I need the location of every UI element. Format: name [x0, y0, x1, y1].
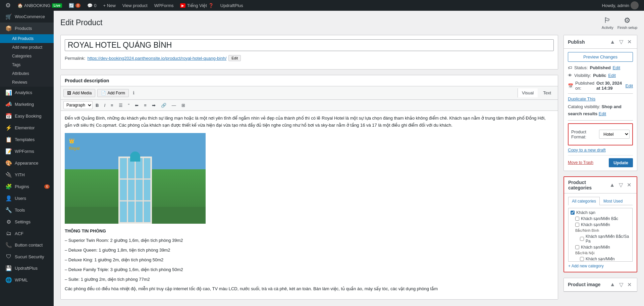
sidebar-item-tags[interactable]: Tags: [0, 60, 54, 69]
unordered-list-button[interactable]: ≡: [108, 101, 116, 109]
preview-changes-button[interactable]: Preview Changes: [568, 52, 633, 62]
category-checkbox[interactable]: [575, 217, 579, 221]
wp-logo[interactable]: ⚙: [3, 0, 13, 11]
italic-button[interactable]: I: [102, 101, 108, 109]
sidebar-item-marketing[interactable]: 📣 Marketing: [0, 98, 54, 110]
tieng-viet-menu[interactable]: ▶ Tiếng Việt ❓: [177, 0, 216, 11]
text-tab[interactable]: Text: [539, 88, 555, 97]
hotel-building: [118, 157, 152, 224]
update-button[interactable]: Update: [609, 158, 633, 167]
publish-controls: ▲ ▽ ✕: [608, 38, 633, 46]
category-checkbox[interactable]: [575, 245, 579, 249]
sidebar-item-templates[interactable]: 📋 Templates: [0, 134, 54, 145]
content-main: Permalink: https://dev-booking2024.panth…: [60, 35, 558, 305]
bold-button[interactable]: B: [93, 101, 101, 109]
update-counter[interactable]: 🔄 8: [66, 0, 84, 11]
comment-counter[interactable]: 💬 0: [85, 0, 99, 11]
new-content-button[interactable]: + New: [101, 0, 118, 11]
product-image-close-button[interactable]: ✕: [626, 281, 633, 289]
marketing-icon: 📣: [5, 101, 12, 107]
category-item: Khách sạn/Miền Bắc/Sa Pa: [571, 234, 630, 244]
sidebar-item-users[interactable]: 👤 Users: [0, 192, 54, 204]
publish-close-button[interactable]: ✕: [626, 38, 633, 46]
table-button[interactable]: ⊞: [179, 101, 187, 109]
link-button[interactable]: 🔗: [159, 101, 169, 109]
add-media-button[interactable]: 🖼 Add Media: [63, 89, 95, 97]
product-image-controls: ▲ ▽ ✕: [608, 281, 633, 289]
add-form-button[interactable]: 📄 Add Form: [97, 89, 129, 97]
activity-button[interactable]: 🏳 Activity: [602, 16, 613, 30]
editor-content[interactable]: Đến với Quảng Bình, những du khách yêu t…: [61, 111, 558, 299]
product-title-input[interactable]: [65, 39, 554, 51]
sidebar-item-easy-booking[interactable]: 📅 Easy Booking: [0, 110, 54, 122]
format-select[interactable]: Hotel Standard Hotel: [599, 130, 630, 139]
sidebar-item-analytics[interactable]: 📊 Analytics: [0, 87, 54, 98]
yith-icon: 🔌: [5, 172, 12, 178]
sidebar-item-plugins[interactable]: 🧩 Plugins 6: [0, 181, 54, 192]
sidebar-item-products[interactable]: 📦 Products: [0, 23, 54, 34]
sidebar: 🛒 WooCommerce 📦 Products All Products Ad…: [0, 11, 54, 306]
category-checkbox[interactable]: [580, 237, 584, 241]
categories-close-button[interactable]: ✕: [626, 181, 633, 189]
sidebar-item-wpforms[interactable]: 📝 WPForms: [0, 145, 54, 157]
view-product-link[interactable]: View product: [120, 0, 150, 11]
published-edit-link[interactable]: Edit: [626, 83, 633, 88]
categories-pin-button[interactable]: ▲: [608, 181, 616, 189]
sidebar-item-settings[interactable]: ⚙ Settings: [0, 216, 54, 228]
sidebar-item-acf[interactable]: 🗂 ACF: [0, 228, 54, 239]
ordered-list-button[interactable]: ☰: [116, 101, 125, 109]
description-header[interactable]: Product description: [61, 75, 558, 86]
sidebar-item-all-products[interactable]: All Products: [0, 34, 54, 43]
sidebar-item-wpml[interactable]: 🌐 WPML: [0, 274, 54, 286]
category-label: Khách sạn/Miền: [581, 222, 610, 227]
sidebar-item-appearance[interactable]: 🎨 Appearance: [0, 157, 54, 169]
product-image-pin-button[interactable]: ▲: [608, 281, 616, 289]
align-right-button[interactable]: ➡: [150, 101, 158, 109]
category-checkbox[interactable]: [580, 257, 584, 261]
copy-to-draft-link[interactable]: Copy to a new draft: [568, 147, 633, 152]
tab-most-used[interactable]: Most Used: [600, 197, 626, 205]
acf-icon: 🗂: [5, 230, 12, 236]
sidebar-item-reviews[interactable]: Reviews: [0, 78, 54, 87]
product-image-expand-button[interactable]: ▽: [618, 281, 625, 289]
align-center-button[interactable]: ≡: [142, 101, 149, 109]
catalog-edit-link[interactable]: Edit: [599, 111, 606, 116]
permalink-link[interactable]: https://dev-booking2024.pantheonsite.io/…: [87, 56, 226, 61]
hotel-window: [136, 201, 143, 222]
sidebar-item-yith[interactable]: 🔌 YITH: [0, 169, 54, 181]
blockquote-button[interactable]: ": [126, 101, 132, 109]
sidebar-item-attributes[interactable]: Attributes: [0, 69, 54, 78]
add-new-category-link[interactable]: + Add new category: [568, 264, 604, 268]
status-edit-link[interactable]: Edit: [613, 65, 620, 70]
sidebar-item-sucuri[interactable]: 🛡 Sucuri Security: [0, 251, 54, 262]
finish-setup-button[interactable]: ⚙ Finish setup: [618, 16, 637, 30]
publish-expand-button[interactable]: ▽: [618, 38, 625, 46]
visual-tab[interactable]: Visual: [518, 88, 538, 97]
paragraph-select[interactable]: Paragraph: [63, 101, 93, 109]
sidebar-item-woocommerce[interactable]: 🛒 WooCommerce: [0, 11, 54, 23]
howdy-menu[interactable]: Howdy, admin: [599, 0, 641, 11]
sidebar-item-updraftplus[interactable]: 💾 UpdraftPlus: [0, 262, 54, 274]
align-left-button[interactable]: ⬅: [132, 101, 141, 109]
move-to-trash-link[interactable]: Move to Trash: [568, 160, 593, 165]
publish-pin-button[interactable]: ▲: [608, 38, 616, 46]
category-checkbox[interactable]: [575, 223, 579, 227]
horizontal-rule-button[interactable]: —: [169, 101, 178, 109]
status-value: Published: [590, 65, 610, 70]
hotel-window: [144, 201, 151, 222]
category-checkbox[interactable]: [571, 211, 575, 215]
updraftplus-menu[interactable]: UpdraftPlus: [218, 0, 246, 11]
sidebar-item-tools[interactable]: 🔧 Tools: [0, 204, 54, 216]
edit-permalink-button[interactable]: Edit: [228, 55, 241, 61]
sidebar-item-button-contact[interactable]: 📞 Button contact: [0, 239, 54, 251]
category-label: Khách sạn/Miền: [586, 257, 615, 261]
visibility-edit-link[interactable]: Edit: [608, 73, 615, 78]
sidebar-item-add-new[interactable]: Add new product: [0, 43, 54, 52]
sidebar-item-elementor[interactable]: ⚡ Elementor: [0, 122, 54, 134]
categories-expand-button[interactable]: ▽: [618, 181, 624, 189]
duplicate-link[interactable]: Duplicate This: [568, 96, 633, 101]
site-name[interactable]: 🏠 ANBOOKING Live: [15, 0, 65, 11]
tab-all-categories[interactable]: All categories: [568, 197, 600, 205]
wpforms-menu[interactable]: WPForms: [152, 0, 176, 11]
sidebar-item-categories[interactable]: Categories: [0, 52, 54, 60]
